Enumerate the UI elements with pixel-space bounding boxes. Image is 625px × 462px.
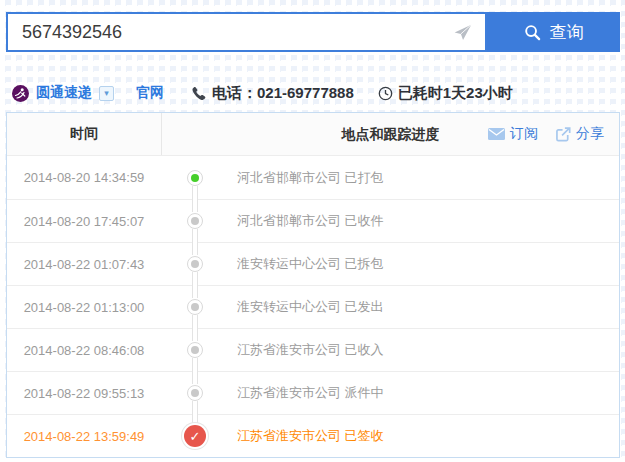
tracking-table: 时间 地点和跟踪进度 订阅 分享: [6, 112, 620, 458]
row-time: 2014-08-22 13:59:49: [7, 429, 161, 444]
timeline-line: [192, 186, 198, 200]
row-time: 2014-08-22 08:46:08: [7, 343, 161, 358]
timeline-cell: ✓: [161, 415, 229, 457]
row-status: 淮安转运中心公司 已拆包: [229, 255, 619, 273]
subscribe-label: 订阅: [510, 125, 538, 143]
search-bar: 查询: [6, 12, 620, 52]
timeline-line: [192, 242, 198, 255]
timeline-line: [192, 199, 198, 212]
row-status: 河北省邯郸市公司 已收件: [229, 212, 619, 230]
gray-dot-icon: [187, 385, 203, 401]
timeline-line: [192, 401, 198, 414]
tracking-row: 2014-08-22 01:13:00 淮安转运中心公司 已发出: [7, 285, 619, 328]
phone-number: 电话：021-69777888: [212, 84, 354, 103]
elapsed-info: 已耗时1天23小时: [378, 84, 513, 103]
row-status: 河北省邯郸市公司 已打包: [229, 169, 619, 187]
timeline-cell: [161, 286, 229, 328]
row-status: 淮安转运中心公司 已发出: [229, 298, 619, 316]
share-label: 分享: [576, 125, 604, 143]
magnifier-icon: [524, 24, 541, 41]
row-time: 2014-08-22 01:13:00: [7, 300, 161, 315]
row-time: 2014-08-20 17:45:07: [7, 214, 161, 229]
timeline-line: [192, 358, 198, 371]
timeline-line: [192, 229, 198, 242]
tracking-number-input[interactable]: [6, 12, 487, 52]
search-box: [6, 12, 487, 52]
timeline-line: [192, 272, 198, 285]
timeline-line: [192, 328, 198, 341]
courier-dropdown-toggle[interactable]: ▾: [99, 86, 114, 101]
table-body: 2014-08-20 14:34:59 河北省邯郸市公司 已打包 2014-08…: [7, 156, 619, 457]
timeline-cell: [161, 372, 229, 414]
clock-icon: [378, 86, 393, 101]
courier-bar: 圆通速递 ▾ 官网 电话：021-69777888 已耗时1天23小时: [12, 82, 625, 104]
courier-name-link[interactable]: 圆通速递: [36, 84, 92, 102]
tracking-row: 2014-08-22 08:46:08 江苏省淮安市公司 已收入: [7, 328, 619, 371]
tracking-row: 2014-08-22 13:59:49 ✓ 江苏省淮安市公司 已签收: [7, 414, 619, 457]
search-button-label: 查询: [550, 21, 584, 44]
chevron-down-icon: ▾: [104, 88, 109, 98]
courier-logo-icon: [12, 85, 29, 102]
elapsed-time: 已耗时1天23小时: [398, 84, 513, 103]
header-actions: 订阅 分享: [478, 113, 604, 155]
row-status: 江苏省淮安市公司 已收入: [229, 341, 619, 359]
timeline-cell: [161, 200, 229, 242]
send-icon[interactable]: [452, 22, 473, 43]
tracking-row: 2014-08-22 01:07:43 淮安转运中心公司 已拆包: [7, 242, 619, 285]
gray-dot-icon: [187, 299, 203, 315]
express-tracking-page: { "search": { "value": "5674392546", "bu…: [0, 0, 625, 462]
timeline-line: [192, 414, 198, 423]
share-icon: [556, 127, 571, 142]
row-time: 2014-08-22 01:07:43: [7, 257, 161, 272]
timeline-line: [192, 315, 198, 328]
tracking-row: 2014-08-20 14:34:59 河北省邯郸市公司 已打包: [7, 156, 619, 199]
timeline-line: [192, 371, 198, 384]
row-time: 2014-08-22 09:55:13: [7, 386, 161, 401]
table-header: 时间 地点和跟踪进度 订阅 分享: [7, 113, 619, 156]
timeline-cell: [161, 156, 229, 199]
row-status: 江苏省淮安市公司 已签收: [229, 427, 619, 445]
timeline-cell: [161, 329, 229, 371]
search-button[interactable]: 查询: [487, 12, 620, 52]
tracking-row: 2014-08-22 09:55:13 江苏省淮安市公司 派件中: [7, 371, 619, 414]
envelope-icon: [488, 128, 505, 140]
tracking-row: 2014-08-20 17:45:07 河北省邯郸市公司 已收件: [7, 199, 619, 242]
phone-icon: [192, 86, 207, 101]
share-button[interactable]: 分享: [556, 125, 604, 143]
row-time: 2014-08-20 14:34:59: [7, 170, 161, 185]
timeline-line: [192, 285, 198, 298]
check-icon: ✓: [184, 425, 206, 447]
header-time: 时间: [7, 125, 161, 143]
timeline-cell: [161, 243, 229, 285]
row-status: 江苏省淮安市公司 派件中: [229, 384, 619, 402]
gray-dot-icon: [187, 342, 203, 358]
green-dot-icon: [187, 170, 203, 186]
gray-dot-icon: [187, 256, 203, 272]
phone-info: 电话：021-69777888: [192, 84, 354, 103]
gray-dot-icon: [187, 213, 203, 229]
official-site-link[interactable]: 官网: [136, 84, 164, 102]
subscribe-button[interactable]: 订阅: [488, 125, 538, 143]
